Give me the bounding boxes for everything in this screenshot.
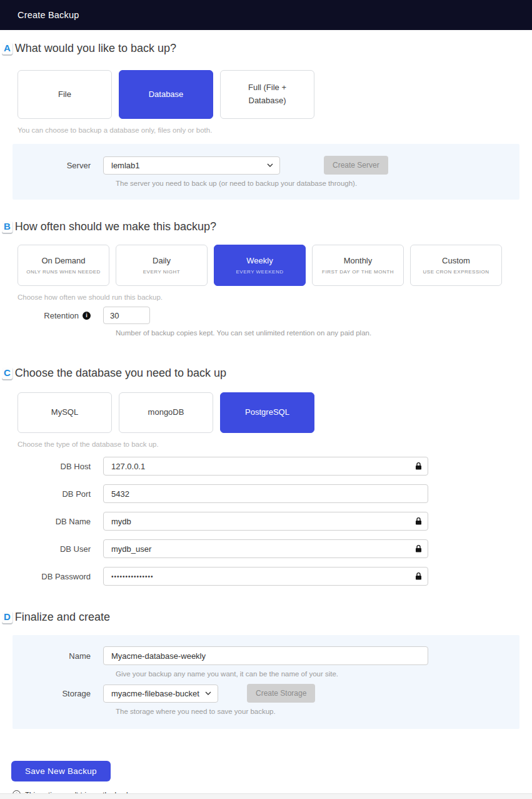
create-storage-button[interactable]: Create Storage (247, 684, 315, 703)
retention-input[interactable] (103, 307, 150, 324)
db-password-label: DB Password (13, 572, 103, 581)
frequency-custom-label: Custom (442, 255, 470, 268)
database-type-postgresql[interactable]: PostgreSQL (220, 392, 314, 433)
backup-name-label: Name (13, 651, 103, 661)
frequency-weekly[interactable]: Weekly EVERY WEEKEND (214, 245, 306, 286)
frequency-weekly-label: Weekly (246, 255, 273, 268)
section-database-title: C Choose the database you need to back u… (2, 367, 519, 380)
section-what-title-text: What would you like to back up? (15, 42, 176, 55)
db-host-input[interactable] (103, 457, 428, 476)
backup-name-input[interactable] (103, 646, 428, 665)
backup-type-full[interactable]: Full (File + Database) (220, 70, 314, 119)
frequency-options: On Demand ONLY RUNS WHEN NEEDED Daily EV… (18, 245, 519, 286)
server-label: Server (13, 161, 103, 170)
lock-icon (415, 573, 422, 581)
database-type-mysql-label: MySQL (51, 406, 78, 419)
storage-label: Storage (13, 689, 103, 698)
db-port-label: DB Port (13, 489, 103, 499)
backup-type-caption: You can choose to backup a database only… (18, 126, 519, 134)
lock-icon (415, 517, 422, 526)
frequency-custom-sub: USE CRON EXPRESSION (423, 268, 489, 277)
frequency-on-demand-sub: ONLY RUNS WHEN NEEDED (26, 268, 101, 277)
retention-help: Number of backup copies kept. You can se… (116, 329, 519, 337)
backup-type-database-label: Database (149, 88, 184, 101)
frequency-caption: Choose how often we should run this back… (18, 293, 519, 301)
frequency-on-demand-label: On Demand (41, 255, 85, 268)
db-user-label: DB User (13, 544, 103, 554)
storage-select[interactable]: myacme-filebase-bucket (103, 684, 218, 703)
backup-type-full-label: Full (File + Database) (229, 81, 305, 108)
server-help: The server you need to back up (or need … (116, 180, 519, 187)
section-database-title-text: Choose the database you need to back up (15, 367, 226, 380)
database-type-caption: Choose the type of the database to back … (18, 440, 519, 448)
frequency-monthly-label: Monthly (344, 255, 373, 268)
lock-icon (415, 462, 422, 471)
page-title: Create Backup (18, 10, 79, 20)
server-select-value: lemlab1 (111, 161, 140, 170)
db-host-label: DB Host (13, 462, 103, 471)
retention-label-wrap: Retention i (13, 311, 103, 320)
storage-help: The storage where you need to save your … (116, 708, 519, 715)
db-name-input[interactable] (103, 512, 428, 531)
create-server-button[interactable]: Create Server (324, 156, 388, 175)
lock-icon (415, 545, 422, 553)
section-frequency-title-text: How often should we make this backup? (15, 220, 216, 233)
db-user-input[interactable] (103, 539, 428, 558)
database-type-mongodb[interactable]: mongoDB (119, 392, 213, 433)
db-name-label: DB Name (13, 517, 103, 526)
section-badge-c: C (2, 367, 13, 379)
backup-type-file[interactable]: File (18, 70, 112, 119)
server-panel: Server lemlab1 Create Server The server … (13, 144, 519, 200)
frequency-monthly[interactable]: Monthly FIRST DAY OF THE MONTH (312, 245, 404, 286)
db-port-input[interactable] (103, 484, 428, 503)
save-new-backup-button[interactable]: Save New Backup (11, 761, 111, 781)
backup-type-database[interactable]: Database (119, 70, 213, 119)
frequency-monthly-sub: FIRST DAY OF THE MONTH (322, 268, 394, 277)
backup-type-options: File Database Full (File + Database) (18, 70, 519, 119)
section-finalize-title: D Finalize and create (2, 611, 519, 624)
page-footer-strip (0, 793, 532, 799)
database-type-postgresql-label: PostgreSQL (245, 406, 289, 419)
finalize-panel: Name Give your backup any name you want,… (13, 635, 519, 729)
section-badge-a: A (2, 43, 13, 54)
chevron-down-icon (205, 691, 211, 695)
retention-label: Retention (44, 311, 79, 320)
database-type-mysql[interactable]: MySQL (18, 392, 112, 433)
database-type-options: MySQL mongoDB PostgreSQL (18, 392, 519, 433)
frequency-weekly-sub: EVERY WEEKEND (236, 268, 283, 277)
storage-select-value: myacme-filebase-bucket (111, 689, 199, 698)
backup-type-file-label: File (58, 88, 71, 101)
frequency-daily-label: Daily (153, 255, 171, 268)
database-type-mongodb-label: mongoDB (148, 406, 184, 419)
section-finalize-title-text: Finalize and create (15, 611, 110, 624)
frequency-daily[interactable]: Daily EVERY NIGHT (116, 245, 208, 286)
section-badge-b: B (2, 221, 13, 233)
server-select[interactable]: lemlab1 (103, 156, 280, 175)
section-badge-d: D (2, 611, 13, 623)
page-header: Create Backup (0, 0, 532, 30)
backup-name-help: Give your backup any name you want, it c… (116, 670, 519, 678)
frequency-daily-sub: EVERY NIGHT (143, 268, 180, 277)
frequency-custom[interactable]: Custom USE CRON EXPRESSION (410, 245, 502, 286)
db-password-input[interactable] (103, 567, 428, 586)
section-what-title: A What would you like to back up? (2, 42, 519, 55)
retention-info-icon[interactable]: i (83, 312, 91, 320)
frequency-on-demand[interactable]: On Demand ONLY RUNS WHEN NEEDED (18, 245, 109, 286)
database-fields: DB Host DB Port DB Name D (13, 457, 519, 586)
chevron-down-icon (267, 163, 273, 167)
section-frequency-title: B How often should we make this backup? (2, 220, 519, 233)
